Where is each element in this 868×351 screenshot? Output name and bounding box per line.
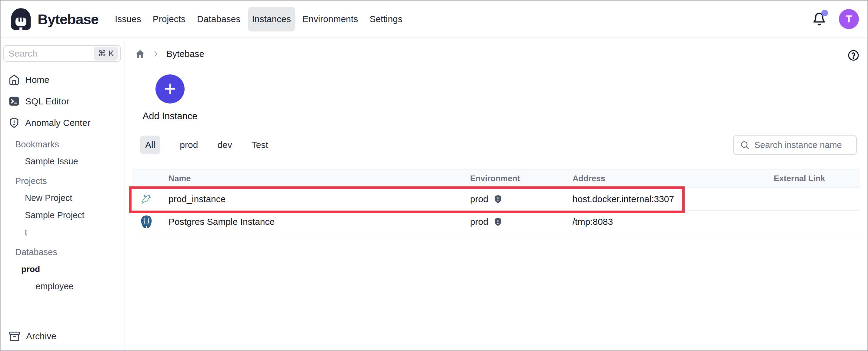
- top-menu: Issues Projects Databases Instances Envi…: [111, 7, 407, 32]
- shield-protected-icon: [493, 194, 503, 204]
- instance-search-input[interactable]: [754, 140, 852, 150]
- instance-address: /tmp:8083: [572, 217, 774, 227]
- notifications-button[interactable]: [812, 12, 826, 26]
- environment-cell: prod: [470, 194, 572, 204]
- tab-all[interactable]: All: [140, 136, 160, 154]
- shield-alert-icon: [8, 117, 20, 128]
- sidebar-search: ⌘ K: [3, 45, 121, 62]
- header-cell-environment: Environment: [470, 174, 572, 183]
- sidebar-item-sql-editor[interactable]: SQL Editor: [1, 91, 125, 112]
- sidebar-item-label: SQL Editor: [25, 96, 69, 106]
- table-row[interactable]: prod_instance prod host.docker.internal:…: [132, 188, 860, 211]
- header-cell-address: Address: [572, 174, 774, 183]
- environment-tabs: All prod dev Test: [140, 135, 268, 154]
- project-item-new-project[interactable]: New Project: [1, 189, 125, 207]
- add-instance-label: Add Instance: [143, 111, 197, 121]
- plus-icon: [163, 82, 177, 96]
- search-icon: [740, 140, 749, 150]
- engine-icon-cell: [132, 215, 168, 229]
- breadcrumb: Bytebase: [135, 49, 204, 59]
- sidebar-item-home[interactable]: Home: [1, 69, 125, 91]
- bytebase-logo-icon: [9, 7, 33, 31]
- tab-test[interactable]: Test: [252, 140, 268, 150]
- top-navigation-bar: Bytebase Issues Projects Databases Insta…: [1, 1, 867, 38]
- database-item-employee[interactable]: employee: [1, 278, 125, 295]
- tab-prod[interactable]: prod: [180, 140, 198, 150]
- instance-name: Postgres Sample Instance: [168, 217, 470, 227]
- notification-dot: [821, 10, 828, 16]
- sidebar-item-label: Archive: [26, 331, 56, 341]
- header-cell-external-link: External Link: [774, 174, 860, 183]
- help-button[interactable]: [847, 49, 860, 62]
- bookmark-item-sample-issue[interactable]: Sample Issue: [1, 153, 125, 170]
- sidebar-item-anomaly-center[interactable]: Anomaly Center: [1, 112, 125, 134]
- topbar-right-cluster: T: [812, 9, 859, 29]
- section-header-bookmarks: Bookmarks: [1, 136, 125, 153]
- help-circle-icon: [847, 49, 860, 62]
- sidebar-item-archive[interactable]: Archive: [1, 324, 125, 348]
- nav-item-databases[interactable]: Databases: [193, 7, 245, 32]
- home-icon: [135, 49, 145, 59]
- nav-item-settings[interactable]: Settings: [365, 7, 406, 32]
- instance-name: prod_instance: [168, 194, 470, 204]
- breadcrumb-current[interactable]: Bytebase: [166, 49, 204, 59]
- shield-protected-icon: [493, 217, 503, 226]
- home-icon: [8, 74, 20, 85]
- project-item-sample-project[interactable]: Sample Project: [1, 207, 125, 224]
- brand-name: Bytebase: [38, 11, 98, 28]
- section-header-projects: Projects: [1, 173, 125, 189]
- tab-dev[interactable]: dev: [217, 140, 232, 150]
- section-header-databases: Databases: [1, 244, 125, 260]
- mysql-icon: [140, 192, 153, 206]
- nav-item-instances[interactable]: Instances: [248, 7, 295, 32]
- instances-table: Name Environment Address External Link p…: [132, 169, 860, 233]
- instance-search-box: [733, 135, 857, 155]
- add-instance-button[interactable]: [155, 74, 185, 104]
- breadcrumb-home-button[interactable]: [135, 49, 145, 59]
- table-header-row: Name Environment Address External Link: [132, 169, 860, 188]
- sidebar-item-label: Home: [25, 75, 50, 85]
- environment-name: prod: [470, 217, 488, 227]
- nav-item-projects[interactable]: Projects: [149, 7, 190, 32]
- sidebar: ⌘ K Home SQL Editor: [1, 38, 125, 350]
- sidebar-item-label: Anomaly Center: [25, 118, 90, 128]
- nav-item-issues[interactable]: Issues: [111, 7, 146, 32]
- command-k-shortcut: ⌘ K: [94, 46, 118, 61]
- environment-name: prod: [470, 194, 488, 204]
- avatar[interactable]: T: [839, 9, 859, 29]
- table-row[interactable]: Postgres Sample Instance prod /tmp:8083: [132, 211, 860, 233]
- header-cell-name: Name: [168, 174, 470, 183]
- add-instance: Add Instance: [140, 74, 200, 121]
- app-window: Bytebase Issues Projects Databases Insta…: [0, 0, 868, 351]
- project-item-t[interactable]: t: [1, 224, 125, 241]
- nav-item-environments[interactable]: Environments: [298, 7, 362, 32]
- instance-address: host.docker.internal:3307: [572, 194, 774, 204]
- main-content: Bytebase Add Instance All prod dev Test: [125, 38, 867, 350]
- terminal-icon: [8, 96, 20, 107]
- database-env-prod[interactable]: prod: [1, 260, 125, 278]
- engine-icon-cell: [132, 192, 168, 206]
- bytebase-logo[interactable]: Bytebase: [9, 7, 98, 31]
- postgres-icon: [140, 215, 153, 229]
- archive-icon: [9, 331, 20, 342]
- environment-cell: prod: [470, 217, 572, 227]
- sidebar-primary-list: Home SQL Editor Anomaly Center: [1, 69, 125, 134]
- chevron-right-icon: [152, 50, 160, 58]
